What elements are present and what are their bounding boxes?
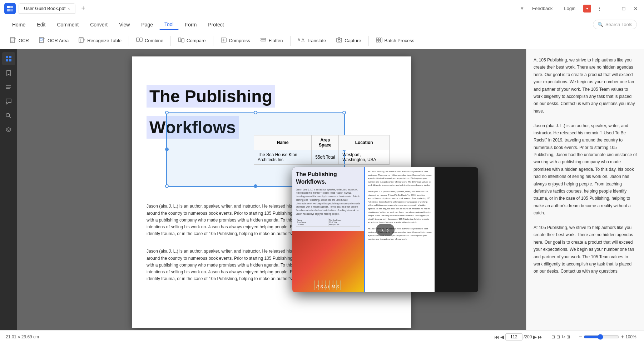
recognize-table-btn[interactable]: ⊞ Recognize Table — [74, 35, 126, 47]
table-header-name: Name — [254, 135, 312, 150]
statusbar-right: ⏮ ◀ /200 ▶ ⏭ ⊡ ⊟ ↻ ⊞ − + 100% — [494, 333, 638, 340]
app-logo — [4, 3, 16, 14]
compare-btn[interactable]: Compare — [174, 35, 210, 47]
batch-process-label: Batch Process — [385, 38, 415, 43]
preview-left-column: The Publishing Workflows. Jason (aka J. … — [292, 167, 364, 292]
login-btn[interactable]: Login — [560, 4, 579, 13]
preview-right-text-2: Jason (aka J. L.) is an author, speaker,… — [368, 190, 432, 224]
ocr-icon: T — [10, 37, 16, 45]
menu-form[interactable]: Form — [180, 20, 202, 30]
handle-mid-left[interactable] — [165, 148, 169, 151]
ocr-area-icon: T — [39, 37, 45, 45]
search-placeholder: Search Tools — [605, 22, 632, 27]
sidebar-toc-icon[interactable] — [2, 81, 15, 94]
svg-rect-25 — [261, 40, 266, 41]
handle-bottom-center[interactable] — [254, 184, 257, 188]
preview-mini-text-top: Jason (aka J. L.) is an author, speaker,… — [296, 188, 360, 216]
page-number-input[interactable] — [505, 333, 522, 340]
notification-icon[interactable]: ● — [583, 5, 591, 13]
preview-nav-controls[interactable]: ‹ › — [376, 224, 395, 236]
sidebar-bookmark-icon[interactable] — [2, 66, 15, 79]
rotate-btn[interactable]: ↻ — [561, 334, 565, 339]
titlebar: User Guild Book.pdf × + ▼ Feedback Login… — [0, 0, 644, 17]
menu-page[interactable]: Page — [136, 20, 158, 30]
preview-prev-btn[interactable]: ‹ — [382, 226, 384, 234]
svg-point-42 — [6, 113, 10, 117]
svg-rect-36 — [9, 56, 11, 58]
fit-width-btn[interactable]: ⊟ — [556, 334, 560, 339]
combine-btn[interactable]: Combine — [132, 35, 168, 47]
version-dropdown-icon[interactable]: ▼ — [520, 6, 524, 11]
menu-edit[interactable]: Edit — [32, 20, 50, 30]
zoom-out-btn[interactable]: − — [579, 334, 582, 340]
svg-text:A: A — [298, 38, 300, 42]
svg-text:T: T — [44, 38, 45, 40]
sidebar-search-icon[interactable] — [2, 109, 15, 122]
new-tab-btn[interactable]: + — [78, 4, 88, 14]
svg-rect-17 — [140, 38, 142, 41]
first-page-btn[interactable]: ⏮ — [494, 334, 499, 340]
right-panel-text: At 105 Publishing, we strive to help aut… — [534, 56, 637, 275]
active-tab[interactable]: User Guild Book.pdf × — [19, 3, 75, 14]
more-options-btn[interactable]: ⋮ — [595, 5, 603, 13]
ocr-area-btn[interactable]: T OCR Area — [35, 35, 73, 47]
translate-label: Translate — [307, 38, 326, 43]
preview-right-text-1: At 105 Publishing, we strive to help aut… — [368, 170, 432, 187]
menu-view[interactable]: View — [114, 20, 135, 30]
sidebar-layers-icon[interactable] — [2, 124, 15, 136]
separator-3 — [213, 36, 213, 46]
table-cell-location: Westport, Washington, USA — [339, 150, 390, 165]
table-cell-ares: 55oft Total — [312, 150, 339, 165]
zoom-slider[interactable] — [584, 334, 619, 340]
total-pages: /200 — [524, 334, 532, 339]
pdf-title-area: The Publishing Workflows — [147, 78, 397, 139]
translate-btn[interactable]: A文 Translate — [293, 35, 331, 47]
sidebar-thumbnail-icon[interactable] — [2, 52, 15, 65]
tab-label: User Guild Book.pdf — [24, 6, 65, 11]
compress-label: Compress — [229, 38, 250, 43]
zoom-level: 100% — [625, 334, 638, 339]
maximize-btn[interactable]: □ — [620, 5, 628, 13]
menu-home[interactable]: Home — [7, 20, 30, 30]
minimize-btn[interactable]: — — [608, 5, 615, 13]
preview-right-column: At 105 Publishing, we strive to help aut… — [365, 167, 435, 292]
svg-rect-31 — [378, 38, 380, 40]
preview-mini-table: Name Ares Space Location The Sea House 5… — [296, 218, 360, 227]
sidebar-comment-icon[interactable] — [2, 95, 15, 108]
feedback-btn[interactable]: Feedback — [529, 4, 556, 13]
menu-convert[interactable]: Convert — [85, 20, 113, 30]
svg-marker-44 — [6, 128, 11, 130]
table-header-location: Location — [339, 135, 390, 150]
prev-page-btn[interactable]: ◀ — [500, 334, 504, 340]
tab-close-btn[interactable]: × — [68, 6, 70, 11]
zoom-in-btn[interactable]: + — [621, 334, 624, 340]
pdf-area[interactable]: The Publishing Workflows Name Ares Space… — [17, 49, 526, 330]
next-page-btn[interactable]: ▶ — [533, 334, 537, 340]
menu-comment[interactable]: Comment — [52, 20, 84, 30]
menu-tool[interactable]: Tool — [159, 19, 179, 30]
flatten-btn[interactable]: Flatten — [256, 35, 287, 47]
ocr-btn[interactable]: T OCR — [6, 35, 33, 47]
preview-next-btn[interactable]: › — [387, 226, 389, 234]
menu-search[interactable]: 🔍 Search Tools — [593, 20, 637, 29]
fit-page-btn[interactable]: ⊡ — [551, 334, 555, 339]
table-header-ares: Ares Space — [312, 135, 339, 150]
compare-icon — [178, 37, 184, 45]
svg-rect-19 — [178, 38, 181, 41]
handle-bottom-left[interactable] — [165, 184, 169, 188]
svg-rect-1 — [10, 6, 13, 8]
compress-btn[interactable]: Compress — [216, 35, 254, 47]
separator-4 — [290, 36, 291, 46]
compress-icon — [221, 37, 227, 45]
capture-btn[interactable]: Capture — [332, 35, 365, 47]
batch-process-btn[interactable]: Batch Process — [372, 35, 419, 47]
last-page-btn[interactable]: ⏭ — [538, 334, 543, 340]
svg-rect-38 — [9, 59, 11, 61]
menubar: Home Edit Comment Convert View Page Tool… — [0, 17, 644, 32]
svg-text:文: 文 — [301, 38, 305, 42]
close-btn[interactable]: ✕ — [632, 5, 640, 13]
menu-protect[interactable]: Protect — [203, 20, 229, 30]
preview-overlay: The Publishing Workflows. Jason (aka J. … — [292, 167, 478, 292]
recognize-table-label: Recognize Table — [87, 38, 122, 43]
grid-view-btn[interactable]: ⊞ — [566, 334, 570, 339]
